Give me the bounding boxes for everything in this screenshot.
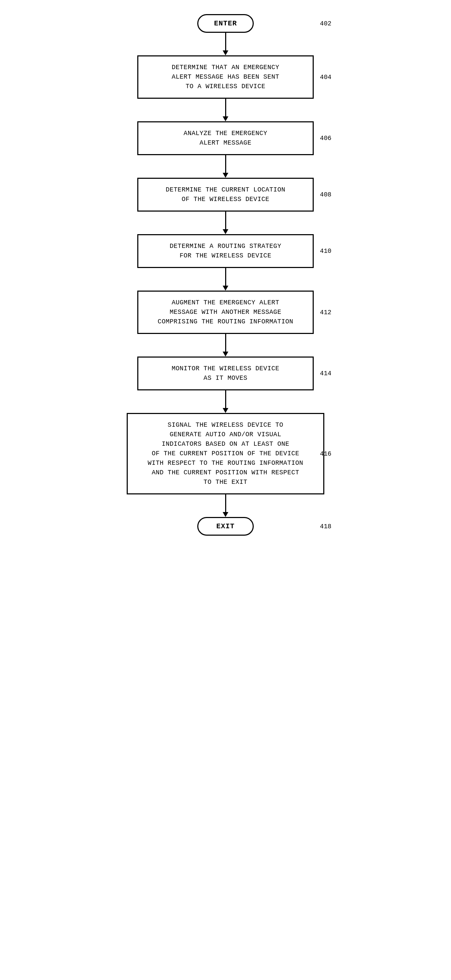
step408-ref: 408 [320,191,331,198]
step406-wrapper: ANALYZE THE EMERGENCY ALERT MESSAGE 406 [113,121,338,155]
step414-wrapper: MONITOR THE WIRELESS DEVICE AS IT MOVES … [113,356,338,390]
enter-ref: 402 [320,20,331,27]
arrow-line [225,334,226,352]
arrow-line [225,390,226,408]
connector-4 [223,212,228,234]
exit-terminal: EXIT [197,517,254,536]
step414-process: MONITOR THE WIRELESS DEVICE AS IT MOVES [137,356,314,390]
step416-wrapper: SIGNAL THE WIRELESS DEVICE TO GENERATE A… [113,413,338,495]
step412-process: AUGMENT THE EMERGENCY ALERT MESSAGE WITH… [137,291,314,334]
enter-node-wrapper: ENTER 402 [113,14,338,33]
step408-process: DETERMINE THE CURRENT LOCATION OF THE WI… [137,178,314,212]
connector-1 [223,33,228,56]
step414-ref: 414 [320,370,331,377]
connector-6 [223,334,228,356]
step410-ref: 410 [320,248,331,255]
step404-wrapper: DETERMINE THAT AN EMERGENCY ALERT MESSAG… [113,56,338,99]
connector-2 [223,99,228,121]
step416-process: SIGNAL THE WIRELESS DEVICE TO GENERATE A… [127,413,324,495]
arrow-line [225,155,226,173]
step406-process: ANALYZE THE EMERGENCY ALERT MESSAGE [137,121,314,155]
connector-3 [223,155,228,178]
step406-ref: 406 [320,135,331,142]
arrow-line [225,99,226,116]
step410-wrapper: DETERMINE A ROUTING STRATEGY FOR THE WIR… [113,234,338,268]
step416-ref: 416 [320,450,331,457]
connector-7 [223,390,228,413]
step408-wrapper: DETERMINE THE CURRENT LOCATION OF THE WI… [113,178,338,212]
exit-ref: 418 [320,523,331,530]
step404-ref: 404 [320,74,331,81]
step412-ref: 412 [320,309,331,316]
arrow-head [223,116,228,121]
arrow-head [223,173,228,178]
arrow-line [225,495,226,512]
arrow-head [223,512,228,517]
enter-terminal: ENTER [197,14,254,33]
arrow-head [223,286,228,291]
arrow-head [223,408,228,413]
arrow-line [225,212,226,229]
step404-process: DETERMINE THAT AN EMERGENCY ALERT MESSAG… [137,56,314,99]
connector-5 [223,268,228,291]
flowchart: ENTER 402 DETERMINE THAT AN EMERGENCY AL… [113,14,338,536]
arrow-line [225,268,226,286]
step410-process: DETERMINE A ROUTING STRATEGY FOR THE WIR… [137,234,314,268]
exit-node-wrapper: EXIT 418 [113,517,338,536]
step412-wrapper: AUGMENT THE EMERGENCY ALERT MESSAGE WITH… [113,291,338,334]
arrow-head [223,352,228,356]
arrow-head [223,229,228,234]
connector-8 [223,495,228,517]
arrow-line [225,33,226,51]
arrow-head [223,51,228,56]
